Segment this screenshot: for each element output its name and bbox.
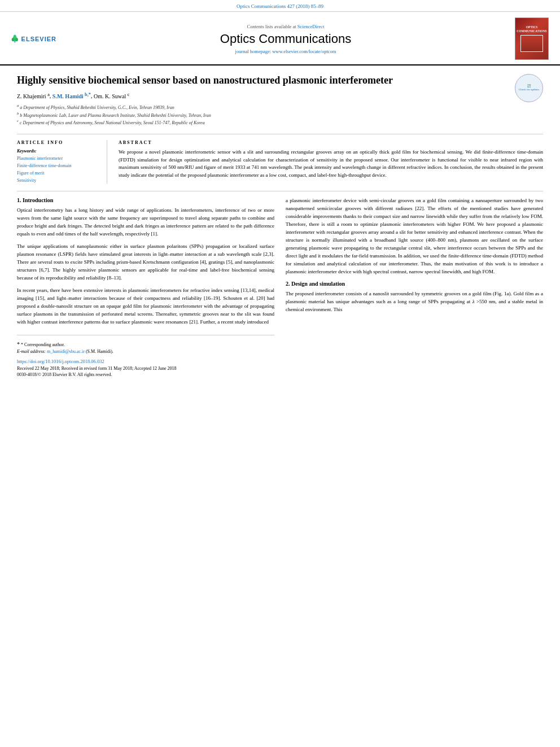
- journal-cover-image: OPTICSCOMMUNICATIONS: [515, 18, 549, 60]
- svg-point-4: [14, 35, 16, 40]
- email-person: (S.M. Hamidi).: [86, 349, 113, 354]
- corresponding-author-note: * * Corresponding author.: [17, 340, 274, 348]
- affiliation-b: b b Magnetoplasmonic Lab, Laser and Plas…: [17, 111, 506, 119]
- right-para-1: a plasmonic interferometer device with s…: [286, 197, 543, 276]
- elsevier-logo: ELSEVIER: [11, 26, 56, 51]
- right-para-2: The proposed interferometer consists of …: [286, 290, 543, 314]
- keywords-label: Keywords:: [17, 148, 98, 154]
- doi-link[interactable]: https://doi.org/10.1016/j.optcom.2018.06…: [17, 359, 104, 364]
- article-body: Highly sensitive biochemical sensor base…: [0, 65, 560, 388]
- homepage-url[interactable]: www.elsevier.com/locate/optcom: [272, 49, 336, 54]
- abstract-heading: ABSTRACT: [119, 140, 543, 145]
- elsevier-logo-container: ELSEVIER: [11, 26, 56, 51]
- authors-line: Z. Khajemiri a, S.M. Hamidi b,*, Om. K. …: [17, 91, 506, 99]
- journal-center: Contents lists available at ScienceDirec…: [62, 24, 509, 54]
- article-title-text: Highly sensitive biochemical sensor base…: [17, 74, 506, 128]
- email-label: E-mail address:: [17, 349, 46, 354]
- check-for-updates-badge[interactable]: 🔄 Check for updates: [515, 74, 543, 102]
- cover-journal-title: OPTICSCOMMUNICATIONS: [517, 25, 546, 33]
- intro-para-2: The unique applications of nanoplasmonic…: [17, 243, 274, 282]
- email-line: E-mail address: m_hamidi@sbu.ac.ir (S.M.…: [17, 348, 274, 355]
- author-z-khajemiri: Z. Khajemiri a: [17, 93, 50, 99]
- affiliation-c: c c Department of Physics and Astronomy,…: [17, 118, 506, 126]
- article-title: Highly sensitive biochemical sensor base…: [17, 74, 506, 87]
- elsevier-wordmark: ELSEVIER: [21, 36, 56, 42]
- article-info-heading: ARTICLE INFO: [17, 140, 98, 145]
- affiliation-a: a a Department of Physics, Shahid Behesh…: [17, 103, 506, 111]
- keyword-3: Figure of merit: [17, 170, 98, 177]
- journal-citation: Optics Communications 427 (2018) 85–89: [237, 3, 323, 9]
- intro-para-3: In recent years, there have been extensi…: [17, 287, 274, 326]
- article-info-abstract-section: ARTICLE INFO Keywords: Plasmonic interfe…: [17, 140, 543, 184]
- keyword-2: Finite-difference time-domain: [17, 163, 98, 170]
- page: Optics Communications 427 (2018) 85–89 E…: [0, 0, 560, 747]
- design-simulation-heading: 2. Design and simulation: [286, 281, 543, 287]
- elsevier-tree-icon: [11, 26, 19, 51]
- copyright-line: 0030-4018/© 2018 Elsevier B.V. All right…: [17, 372, 274, 377]
- sciencedirect-link[interactable]: ScienceDirect: [298, 24, 325, 29]
- journal-title: Optics Communications: [62, 32, 509, 46]
- sciencedirect-line: Contents lists available at ScienceDirec…: [62, 24, 509, 29]
- keywords-list: Plasmonic interferometer Finite-differen…: [17, 155, 98, 184]
- email-link[interactable]: m_hamidi@sbu.ac.ir: [47, 349, 85, 354]
- journal-header: ELSEVIER Contents lists available at Sci…: [0, 12, 560, 65]
- intro-heading: 1. Introduction: [17, 197, 274, 203]
- received-dates: Received 22 May 2018; Received in revise…: [17, 366, 274, 371]
- homepage-label: journal homepage:: [235, 49, 272, 54]
- title-divider: [17, 134, 543, 134]
- abstract-text: We propose a novel plasmonic interferome…: [119, 148, 543, 179]
- two-column-content: 1. Introduction Optical interferometry h…: [17, 197, 543, 377]
- contents-text: Contents lists available at: [247, 24, 296, 29]
- corresponding-label: * Corresponding author.: [21, 342, 65, 347]
- keyword-4: Sensitivity: [17, 177, 98, 185]
- keyword-1: Plasmonic interferometer: [17, 155, 98, 163]
- article-footer: * * Corresponding author. E-mail address…: [17, 335, 274, 377]
- intro-para-1: Optical interferometry has a long histor…: [17, 207, 274, 238]
- star-symbol: *: [17, 341, 20, 347]
- affiliations: a a Department of Physics, Shahid Behesh…: [17, 103, 506, 126]
- author-sm-hamidi[interactable]: S.M. Hamidi b,*: [53, 93, 91, 99]
- article-info-panel: ARTICLE INFO Keywords: Plasmonic interfe…: [17, 140, 107, 184]
- abstract-panel: ABSTRACT We propose a novel plasmonic in…: [119, 140, 543, 184]
- journal-homepage: journal homepage: www.elsevier.com/locat…: [62, 49, 509, 54]
- article-title-section: Highly sensitive biochemical sensor base…: [17, 74, 543, 128]
- abstract-divider: [17, 191, 543, 191]
- doi-line: https://doi.org/10.1016/j.optcom.2018.06…: [17, 359, 274, 364]
- journal-citation-bar: Optics Communications 427 (2018) 85–89: [0, 0, 560, 12]
- author-om-suwal: Om. K. Suwal c: [94, 93, 129, 99]
- right-column: a plasmonic interferometer device with s…: [286, 197, 543, 377]
- left-column: 1. Introduction Optical interferometry h…: [17, 197, 274, 377]
- check-updates-label: 🔄 Check for updates: [519, 85, 539, 92]
